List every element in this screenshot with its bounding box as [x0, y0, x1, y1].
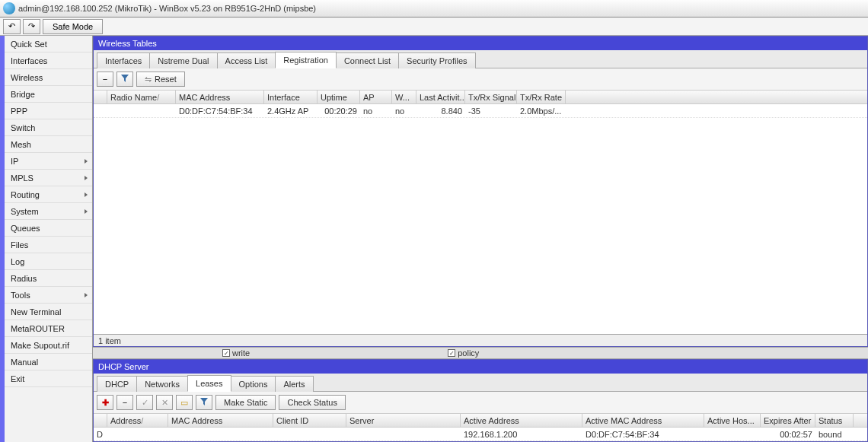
window-title: admin@192.168.100.252 (MikroTik) - WinBo…: [18, 4, 316, 13]
remove-button[interactable]: −: [97, 72, 113, 87]
column-header[interactable]: Address /: [107, 414, 168, 427]
funnel-icon: [200, 398, 208, 407]
tab-interfaces[interactable]: Interfaces: [97, 52, 150, 68]
cell-mac: D0:DF:C7:54:BF:34: [176, 107, 264, 116]
tab-alerts[interactable]: Alerts: [275, 376, 313, 392]
sidebar-item-label: Mesh: [11, 140, 31, 149]
cell-active-mac: D0:DF:C7:54:BF:34: [582, 430, 704, 439]
wireless-tables-window: Wireless Tables InterfacesNstreme DualAc…: [93, 36, 868, 347]
sidebar-item-label: Interfaces: [11, 56, 47, 65]
sidebar-item-queues[interactable]: Queues: [5, 220, 92, 237]
tab-registration[interactable]: Registration: [275, 52, 337, 68]
sidebar-item-metarouter[interactable]: MetaROUTER: [5, 320, 92, 337]
sidebar-item-new-terminal[interactable]: New Terminal: [5, 304, 92, 320]
plus-icon: ✚: [102, 398, 109, 408]
disable-button[interactable]: ✕: [156, 395, 173, 410]
reset-button[interactable]: ⇋Reset: [136, 72, 185, 87]
sidebar-item-routing[interactable]: Routing: [5, 186, 92, 203]
check-icon: ✓: [142, 398, 148, 408]
column-header[interactable]: MAC Address: [168, 414, 273, 427]
redo-button[interactable]: ↷: [23, 19, 40, 34]
filter-button[interactable]: [196, 395, 212, 410]
make-static-label: Make Static: [224, 398, 267, 407]
sidebar-item-log[interactable]: Log: [5, 253, 92, 270]
sidebar-item-label: Radius: [11, 274, 37, 283]
sidebar-item-bridge[interactable]: Bridge: [5, 86, 92, 103]
tab-networks[interactable]: Networks: [136, 376, 188, 392]
column-header[interactable]: Server: [346, 414, 461, 427]
sidebar-item-wireless[interactable]: Wireless: [5, 69, 92, 86]
wireless-grid-body[interactable]: D0:DF:C7:54:BF:34 2.4GHz AP 00:20:29 no …: [94, 104, 867, 334]
column-header[interactable]: Last Activit...: [416, 91, 465, 103]
checkbox-icon[interactable]: ✓: [222, 349, 230, 357]
column-header[interactable]: Active Hos...: [704, 414, 761, 427]
sidebar-item-tools[interactable]: Tools: [5, 287, 92, 304]
column-header[interactable]: W...: [392, 91, 416, 103]
sidebar-item-label: Log: [11, 257, 24, 266]
sidebar-item-quick-set[interactable]: Quick Set: [5, 36, 92, 52]
remove-button[interactable]: −: [116, 395, 133, 410]
add-button[interactable]: ✚: [97, 395, 113, 410]
column-header[interactable]: Expires After: [761, 414, 815, 427]
dhcp-tabs: DHCPNetworksLeasesOptionsAlerts: [94, 374, 867, 392]
column-header[interactable]: Active Address: [461, 414, 582, 427]
undo-button[interactable]: ↶: [3, 19, 21, 34]
enable-button[interactable]: ✓: [136, 395, 153, 410]
sidebar-item-make-supout-rif[interactable]: Make Supout.rif: [5, 337, 92, 354]
safe-mode-button[interactable]: Safe Mode: [43, 19, 103, 34]
policy-label: policy: [458, 348, 479, 358]
tab-access-list[interactable]: Access List: [217, 52, 276, 68]
check-status-button[interactable]: Check Status: [279, 395, 345, 410]
column-header[interactable]: [94, 91, 107, 103]
sidebar-item-mpls[interactable]: MPLS: [5, 170, 92, 186]
sidebar-item-files[interactable]: Files: [5, 237, 92, 253]
comment-icon: ▭: [180, 398, 188, 408]
column-header[interactable]: Client ID: [273, 414, 346, 427]
table-row[interactable]: D 192.168.1.200 D0:DF:C7:54:BF:34 00:02:…: [94, 428, 867, 441]
sidebar-item-ppp[interactable]: PPP: [5, 103, 92, 119]
column-header[interactable]: Tx/Rx Signal ...: [465, 91, 517, 103]
sidebar-item-radius[interactable]: Radius: [5, 270, 92, 287]
sidebar-item-label: Switch: [11, 123, 35, 132]
tab-leases[interactable]: Leases: [187, 375, 231, 392]
cell-status: bound: [815, 430, 854, 439]
wireless-tabs: InterfacesNstreme DualAccess ListRegistr…: [94, 50, 867, 68]
safe-mode-label: Safe Mode: [53, 22, 93, 31]
cell-expires: 00:02:57: [761, 430, 815, 439]
column-header[interactable]: Status: [815, 414, 854, 427]
column-header[interactable]: Uptime: [318, 91, 360, 103]
sidebar-item-label: Queues: [11, 224, 40, 233]
tab-security-profiles[interactable]: Security Profiles: [398, 52, 475, 68]
column-header[interactable]: Interface: [264, 91, 318, 103]
sidebar-item-label: New Terminal: [11, 307, 61, 316]
sidebar-item-switch[interactable]: Switch: [5, 119, 92, 136]
tab-options[interactable]: Options: [231, 376, 276, 392]
sidebar-item-label: PPP: [11, 107, 27, 116]
column-header[interactable]: AP: [360, 91, 392, 103]
comment-button[interactable]: ▭: [176, 395, 193, 410]
column-header[interactable]: MAC Address: [176, 91, 264, 103]
tab-connect-list[interactable]: Connect List: [336, 52, 399, 68]
main-toolbar: ↶ ↷ Safe Mode: [0, 17, 868, 36]
column-header[interactable]: Active MAC Address: [582, 414, 704, 427]
table-row[interactable]: D0:DF:C7:54:BF:34 2.4GHz AP 00:20:29 no …: [94, 104, 867, 118]
sidebar-item-exit[interactable]: Exit: [5, 370, 92, 387]
make-static-button[interactable]: Make Static: [215, 395, 276, 410]
sidebar-item-system[interactable]: System: [5, 203, 92, 220]
checkbox-icon[interactable]: ✓: [448, 349, 455, 357]
tab-dhcp[interactable]: DHCP: [97, 376, 137, 392]
sidebar-item-mesh[interactable]: Mesh: [5, 136, 92, 153]
filter-button[interactable]: [116, 72, 133, 87]
dhcp-grid-header: Address /MAC AddressClient IDServerActiv…: [94, 414, 867, 428]
tab-nstreme-dual[interactable]: Nstreme Dual: [149, 52, 217, 68]
sidebar-item-manual[interactable]: Manual: [5, 354, 92, 370]
sidebar-item-label: Routing: [11, 190, 40, 199]
sidebar-item-label: MPLS: [11, 173, 34, 183]
sidebar-item-ip[interactable]: IP: [5, 153, 92, 170]
dhcp-grid-body[interactable]: D 192.168.1.200 D0:DF:C7:54:BF:34 00:02:…: [94, 428, 867, 441]
column-header[interactable]: Radio Name /: [107, 91, 176, 103]
cell-ap: no: [360, 107, 392, 116]
sidebar-item-interfaces[interactable]: Interfaces: [5, 52, 92, 69]
column-header[interactable]: Tx/Rx Rate: [517, 91, 566, 103]
column-header[interactable]: [94, 414, 107, 427]
